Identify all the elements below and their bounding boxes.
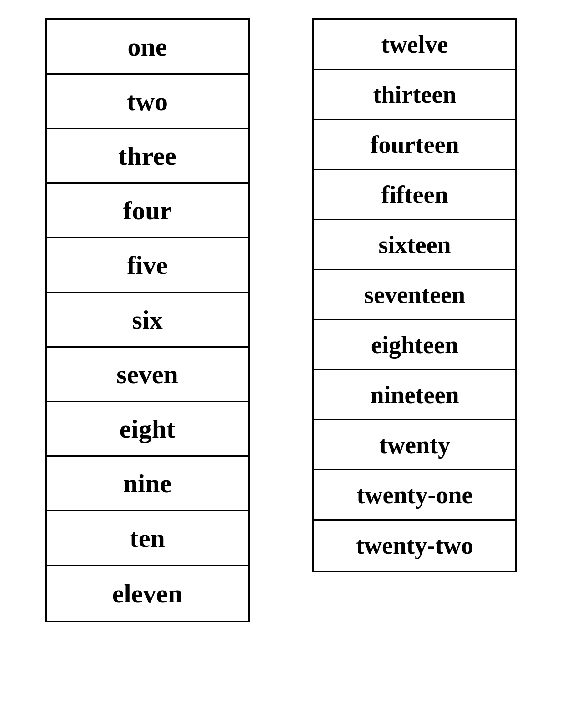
number-label: ten xyxy=(130,523,165,553)
list-item: nine xyxy=(47,457,248,511)
list-item: eighteen xyxy=(314,320,515,370)
page-container: onetwothreefourfivesixseveneightninetene… xyxy=(9,9,553,632)
list-item: three xyxy=(47,129,248,184)
number-label: seventeen xyxy=(364,281,465,309)
number-label: sixteen xyxy=(379,231,451,259)
number-label: eighteen xyxy=(371,331,458,359)
list-item: nineteen xyxy=(314,370,515,420)
list-item: twenty-one xyxy=(314,470,515,521)
list-item: one xyxy=(47,20,248,75)
number-label: thirteen xyxy=(373,81,457,109)
number-label: fifteen xyxy=(381,181,448,209)
number-label: six xyxy=(132,304,163,335)
number-label: three xyxy=(118,141,176,171)
number-label: fourteen xyxy=(371,131,459,159)
number-label: seven xyxy=(116,359,178,389)
number-label: nine xyxy=(123,468,171,499)
list-item: eight xyxy=(47,402,248,457)
number-label: twelve xyxy=(381,30,448,59)
right-number-column: twelvethirteenfourteenfifteensixteenseve… xyxy=(312,18,517,572)
list-item: seven xyxy=(47,348,248,402)
list-item: ten xyxy=(47,511,248,566)
number-label: five xyxy=(127,250,168,280)
list-item: seventeen xyxy=(314,270,515,320)
list-item: four xyxy=(47,184,248,238)
number-label: twenty-two xyxy=(356,531,473,560)
number-label: twenty xyxy=(379,431,450,459)
number-label: twenty-one xyxy=(357,481,473,509)
number-label: eleven xyxy=(112,578,183,609)
number-label: two xyxy=(127,86,168,116)
left-number-column: onetwothreefourfivesixseveneightninetene… xyxy=(45,18,250,622)
list-item: five xyxy=(47,238,248,293)
list-item: eleven xyxy=(47,566,248,621)
list-item: thirteen xyxy=(314,70,515,120)
list-item: fourteen xyxy=(314,120,515,170)
number-label: nineteen xyxy=(371,381,459,409)
list-item: two xyxy=(47,75,248,129)
list-item: fifteen xyxy=(314,170,515,220)
number-label: eight xyxy=(120,414,175,444)
list-item: twenty xyxy=(314,420,515,470)
number-label: one xyxy=(128,31,167,62)
list-item: twenty-two xyxy=(314,521,515,571)
list-item: sixteen xyxy=(314,220,515,270)
list-item: six xyxy=(47,293,248,348)
list-item: twelve xyxy=(314,20,515,70)
number-label: four xyxy=(123,195,171,226)
